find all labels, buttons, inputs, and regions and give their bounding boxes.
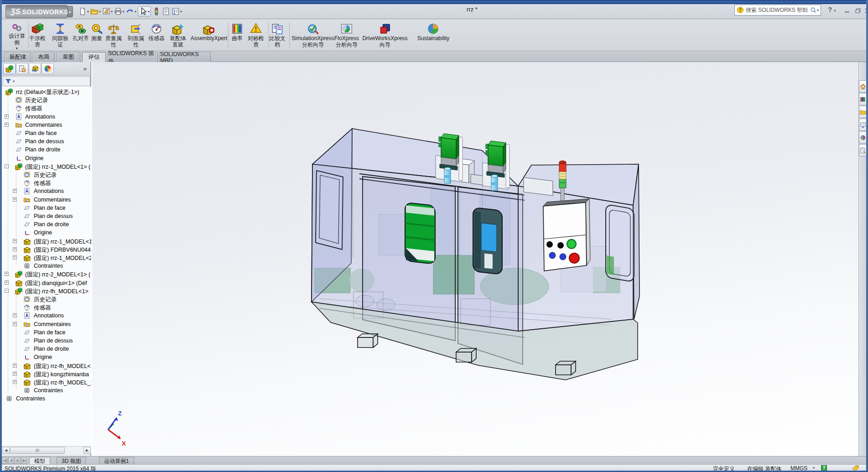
tree-item[interactable]: 传感器 xyxy=(2,179,91,187)
tree-item[interactable]: +(固定) FDRBV6NU044 xyxy=(2,245,91,254)
assembly-visual-button[interactable]: 装配体直观 xyxy=(170,21,186,48)
interference-button[interactable]: 干涉检查 xyxy=(29,21,46,48)
tree-item-label[interactable]: (固定) rrz-2_MODEL<1> ( xyxy=(25,271,90,279)
tree-expand-plus[interactable]: + xyxy=(5,272,9,276)
tree-expand-plus[interactable]: + xyxy=(13,372,17,376)
tree-item-label[interactable]: 传感器 xyxy=(25,105,42,113)
tree-expand-plus[interactable]: + xyxy=(13,363,17,368)
panel-tab-property-manager[interactable] xyxy=(16,63,28,74)
select-button[interactable]: ▾ xyxy=(138,6,151,16)
tree-item[interactable]: +(固定) kongzhimianba xyxy=(2,370,91,378)
tree-item[interactable]: Plan de dessus xyxy=(2,212,91,220)
tree-item-label[interactable]: Commentaires xyxy=(34,321,71,327)
tree-item-label[interactable]: Plan de dessus xyxy=(25,138,64,145)
design-study-button[interactable]: 设计算例 ▼ xyxy=(6,21,27,52)
tree-item-label[interactable]: Contraintes xyxy=(16,395,45,402)
tree-item[interactable]: Plan de dessus xyxy=(2,137,91,145)
nav-last-button[interactable] xyxy=(21,457,27,464)
tree-item-label[interactable]: Commentaires xyxy=(34,197,71,203)
tree-item[interactable]: +(固定) rrz-1_MODEL<2 xyxy=(2,254,91,262)
tree-item[interactable]: Contraintes xyxy=(2,394,91,403)
panel-tab-overflow[interactable]: » xyxy=(83,65,87,72)
taskpane-custom-properties-button[interactable] xyxy=(859,144,866,156)
print-button[interactable]: ▾ xyxy=(114,7,125,16)
tree-item[interactable]: 历史记录 xyxy=(2,96,91,104)
units-caret-icon[interactable]: ▴ xyxy=(813,465,815,469)
tree-item-label[interactable]: Plan de face xyxy=(34,329,66,336)
tree-item-label[interactable]: 历史记录 xyxy=(25,97,48,104)
tab-草图[interactable]: 草图 xyxy=(57,52,80,62)
tree-item-label[interactable]: Plan de face xyxy=(25,130,57,136)
tree-filter-row[interactable]: ▾ xyxy=(3,76,90,86)
tree-item-label[interactable]: (固定) rrz-fh_MODEL_1 xyxy=(34,379,91,387)
assembly-xpert-button[interactable]: AssemblyXpert xyxy=(191,21,228,41)
simulationxpress-button[interactable]: SimulationXpress分析向导 xyxy=(291,21,334,48)
tree-item-label[interactable]: Plan de droite xyxy=(25,146,60,153)
clearance-button[interactable]: 间隙验证 xyxy=(52,21,68,48)
model-tab-运动算例1[interactable]: 运动算例1 xyxy=(99,457,134,465)
tree-item-label[interactable]: (固定) dianqigui<1> (Déf xyxy=(25,280,87,287)
tree-item-label[interactable]: (固定) kongzhimianba xyxy=(34,371,89,379)
tree-item-label[interactable]: 历史记录 xyxy=(34,296,57,304)
tree-expand-plus[interactable]: + xyxy=(13,189,17,193)
publish-button[interactable]: ▾ xyxy=(102,7,113,16)
tree-expand-minus[interactable]: - xyxy=(5,164,9,168)
tree-expand-plus[interactable]: + xyxy=(13,322,17,326)
tree-expand-minus[interactable]: - xyxy=(5,289,9,293)
tab-SOLIDWORKS 插件[interactable]: SOLIDWORKS 插件 xyxy=(108,52,158,62)
rebuild-button[interactable] xyxy=(152,7,161,16)
tree-item[interactable]: +Annotations xyxy=(2,113,91,121)
hole-align-button[interactable]: 孔对齐 xyxy=(73,21,89,41)
tree-item-label[interactable]: Plan de dessus xyxy=(34,337,73,344)
tree-item[interactable]: +(固定) dianqigui<1> (Déf xyxy=(2,279,91,287)
tree-item[interactable]: +(固定) rrz-fh_MODEL< xyxy=(2,362,91,370)
tree-item-label[interactable]: (固定) rrz-fh_MODEL< xyxy=(34,363,91,370)
tree-item[interactable]: +Annotations xyxy=(2,187,91,195)
tree-item-label[interactable]: Commentaires xyxy=(25,122,62,128)
tree-expand-plus[interactable]: + xyxy=(5,114,9,119)
file-properties-button[interactable] xyxy=(162,7,170,16)
tree-item-label[interactable]: (固定) FDRBV6NU044 xyxy=(34,246,91,254)
taskpane-view-palette-button[interactable] xyxy=(859,119,866,131)
tree-item[interactable]: +Commentaires xyxy=(2,196,91,204)
options-button[interactable]: ▾ xyxy=(172,7,182,16)
tree-item-label[interactable]: (固定) rrz-1_MODEL<2 xyxy=(34,254,91,262)
new-document-button[interactable]: ▾ xyxy=(78,7,89,16)
tree-item[interactable]: Plan de droite xyxy=(2,220,91,228)
panel-tab-configuration-manager[interactable] xyxy=(29,63,41,74)
tree-item-label[interactable]: Plan de face xyxy=(34,205,66,211)
tree-item[interactable]: Origine xyxy=(2,228,91,237)
tree-item[interactable]: +Commentaires xyxy=(2,121,91,129)
nav-first-button[interactable] xyxy=(2,457,8,464)
tree-item-label[interactable]: Annotations xyxy=(34,312,64,319)
section-props-button[interactable]: 剖面属性 xyxy=(128,21,144,48)
tree-item-label[interactable]: Contraintes xyxy=(34,387,63,394)
tree-item[interactable]: +(固定) rrz-1_MODEL<1 xyxy=(2,237,91,245)
tree-item-label[interactable]: Annotations xyxy=(34,188,64,194)
nav-prev-button[interactable] xyxy=(8,457,14,464)
tree-item-label[interactable]: (固定) rrz-fh_MODEL<1> xyxy=(25,288,88,296)
filter-caret-icon[interactable]: ▾ xyxy=(13,79,15,83)
panel-horizontal-scrollbar[interactable]: ◀ ▶ ⦀⦀ xyxy=(2,446,91,454)
tree-item[interactable]: Plan de face xyxy=(2,129,91,137)
sensor-button[interactable]: 传感器 xyxy=(148,21,165,41)
tree-item[interactable]: Contraintes xyxy=(2,262,91,270)
model-tab-模型[interactable]: 模型 xyxy=(29,457,50,465)
taskpane-design-library-button[interactable] xyxy=(859,93,866,105)
model-tab-3D 视图[interactable]: 3D 视图 xyxy=(57,457,86,465)
symmetry-check-button[interactable]: 对称检查 xyxy=(248,21,264,48)
tree-item[interactable]: -(固定) rrz-fh_MODEL<1> xyxy=(2,287,91,295)
nav-next-button[interactable] xyxy=(15,457,21,464)
tree-item-label[interactable]: 历史记录 xyxy=(34,171,57,179)
graphics-viewport[interactable]: Z X xyxy=(92,62,859,456)
panel-tab-display-manager[interactable] xyxy=(42,63,54,74)
tree-item-label[interactable]: Origine xyxy=(34,229,52,236)
tab-布局[interactable]: 布局 xyxy=(33,52,55,62)
tree-item[interactable]: Plan de droite xyxy=(2,145,91,154)
tab-评估[interactable]: 评估 xyxy=(82,52,106,62)
tree-item-label[interactable]: rrz (Défaut<显示状态-1>) xyxy=(16,88,79,96)
help-button[interactable]: ? ▾ xyxy=(828,5,836,13)
search-icon[interactable] xyxy=(810,7,816,13)
tree-item-label[interactable]: Plan de dessus xyxy=(34,213,73,219)
tree-item-label[interactable]: (固定) rrz-1_MODEL<1 xyxy=(34,238,91,246)
